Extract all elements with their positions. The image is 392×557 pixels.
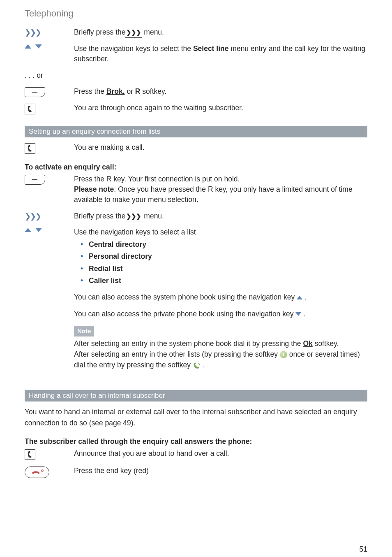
page-number: 51	[360, 545, 367, 554]
chevrons-icon: ❯❯❯	[25, 211, 74, 221]
instruction-select-line: Use the navigation keys to select the Se…	[74, 44, 367, 65]
svg-point-2	[42, 470, 43, 471]
menu-chevrons-icon: ❯❯❯	[125, 212, 142, 222]
section-enquiry-lists: Setting up an enquiry connection from li…	[25, 126, 367, 137]
note-block: Note After selecting an entry in the sys…	[74, 326, 367, 371]
list-item: Caller list	[89, 276, 121, 285]
subhead-subscriber-answers: The subscriber called through the enquir…	[25, 437, 367, 446]
list-types: Central directory Personal directory Red…	[74, 239, 367, 286]
nav-up-down-icon	[25, 44, 74, 49]
instruction-announce: Announce that you are about to hand over…	[74, 448, 367, 459]
call-key-icon	[25, 448, 74, 460]
instruction-press-menu-2: Briefly press the❯❯❯ menu.	[74, 211, 367, 222]
section-handing-call: Handing a call over to an internal subsc…	[25, 390, 367, 402]
instruction-private-phonebook: You can also access the private phone bo…	[74, 309, 367, 319]
call-key-icon	[25, 103, 74, 114]
nav-up-icon	[297, 296, 302, 299]
nav-up-down-icon	[25, 227, 74, 232]
note-label: Note	[74, 326, 94, 337]
subhead-activate-enquiry: To activate an enquiry call:	[25, 163, 367, 172]
para-hand-over: You want to hand an internal or external…	[25, 406, 367, 428]
svg-point-0	[198, 363, 199, 364]
instruction-press-brok: Press the Brok. or R softkey.	[74, 86, 367, 97]
instruction-select-list: Use the navigation keys to select a list	[74, 227, 367, 237]
instruction-through-again: You are through once again to the waitin…	[74, 103, 367, 113]
nav-down-icon	[295, 312, 301, 316]
minus-key-icon	[25, 86, 74, 97]
instruction-making-call: You are making a call.	[74, 142, 367, 153]
list-item: Redial list	[89, 265, 123, 273]
chevrons-icon: ❯❯❯	[25, 27, 74, 37]
or-separator: . . . or	[25, 71, 367, 80]
minus-key-icon	[25, 174, 74, 185]
page-title: Telephoning	[25, 8, 367, 19]
instruction-press-r-key: Press the R key. Your first connection i…	[74, 174, 367, 205]
call-key-icon	[25, 142, 74, 154]
call-softkey-icon	[193, 361, 201, 369]
info-softkey-icon	[280, 351, 287, 358]
instruction-press-menu: Briefly press the❯❯❯ menu.	[74, 27, 367, 38]
list-item: Central directory	[89, 240, 146, 248]
instruction-system-phonebook: You can also access the system phone boo…	[74, 292, 367, 302]
menu-chevrons-icon: ❯❯❯	[125, 28, 142, 38]
instruction-press-end-key: Press the end key (red)	[74, 466, 367, 476]
end-key-icon	[25, 466, 74, 478]
svg-point-1	[199, 364, 200, 365]
list-item: Personal directory	[89, 252, 152, 260]
